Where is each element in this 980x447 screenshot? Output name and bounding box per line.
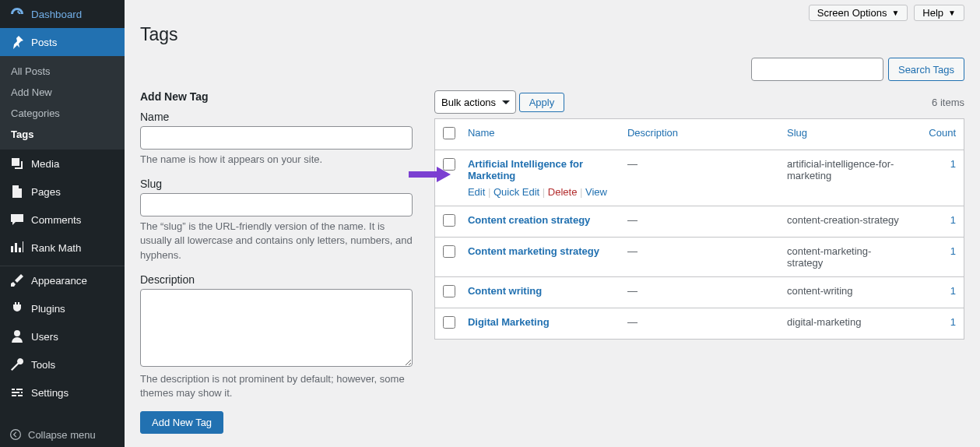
search-tags-button[interactable]: Search Tags bbox=[888, 58, 964, 81]
description-label: Description bbox=[140, 273, 413, 286]
header-name[interactable]: Name bbox=[460, 119, 620, 150]
menu-comments[interactable]: Comments bbox=[0, 206, 125, 234]
quick-edit-link[interactable]: Quick Edit bbox=[494, 186, 539, 198]
submenu-categories[interactable]: Categories bbox=[0, 103, 125, 124]
count-link[interactable]: 1 bbox=[950, 316, 956, 328]
chart-icon bbox=[9, 240, 25, 255]
name-label: Name bbox=[140, 111, 413, 123]
menu-pages[interactable]: Pages bbox=[0, 178, 125, 206]
name-help: The name is how it appears on your site. bbox=[140, 153, 413, 167]
menu-rankmath[interactable]: Rank Math bbox=[0, 234, 125, 262]
add-new-tag-button[interactable]: Add New Tag bbox=[140, 411, 223, 434]
media-icon bbox=[9, 156, 25, 171]
row-count: 1 bbox=[914, 150, 964, 206]
menu-dashboard[interactable]: Dashboard bbox=[0, 0, 125, 28]
caret-down-icon: ▼ bbox=[891, 9, 899, 17]
row-actions: Edit | Quick Edit | Delete | View bbox=[468, 186, 612, 198]
menu-media[interactable]: Media bbox=[0, 150, 125, 178]
row-slug: content-writing bbox=[779, 277, 914, 308]
row-checkbox[interactable] bbox=[443, 214, 455, 227]
menu-settings[interactable]: Settings bbox=[0, 378, 125, 407]
row-description: — bbox=[620, 150, 779, 206]
count-link[interactable]: 1 bbox=[950, 285, 956, 297]
table-row: Content marketing strategy—content-marke… bbox=[435, 238, 964, 277]
row-checkbox[interactable] bbox=[443, 285, 455, 297]
admin-sidebar: Dashboard Posts All Posts Add New Catego… bbox=[0, 0, 125, 447]
header-description[interactable]: Description bbox=[620, 119, 779, 150]
menu-tools[interactable]: Tools bbox=[0, 350, 125, 378]
row-title[interactable]: Content creation strategy bbox=[468, 214, 590, 226]
row-count: 1 bbox=[914, 206, 964, 238]
row-checkbox[interactable] bbox=[443, 158, 455, 171]
header-slug[interactable]: Slug bbox=[779, 119, 914, 150]
table-row: Digital Marketing—digital-marketing1 bbox=[435, 308, 964, 340]
search-row: Search Tags bbox=[140, 58, 964, 81]
row-description: — bbox=[620, 206, 779, 238]
edit-link[interactable]: Edit bbox=[468, 186, 485, 198]
header-count[interactable]: Count bbox=[914, 119, 964, 150]
tag-description-input[interactable] bbox=[140, 289, 413, 367]
menu-label: Comments bbox=[31, 214, 81, 226]
plug-icon bbox=[9, 301, 25, 316]
row-checkbox[interactable] bbox=[443, 245, 455, 258]
tags-table: Name Description Slug Count Artificial I… bbox=[434, 118, 964, 340]
row-count: 1 bbox=[914, 277, 964, 308]
row-slug: digital-marketing bbox=[779, 308, 914, 340]
delete-link[interactable]: Delete bbox=[548, 186, 578, 198]
row-title[interactable]: Content writing bbox=[468, 285, 542, 297]
submenu-add-new[interactable]: Add New bbox=[0, 82, 125, 103]
view-link[interactable]: View bbox=[585, 186, 607, 198]
menu-label: Posts bbox=[31, 37, 57, 48]
table-row: Artificial Intelligence for MarketingEdi… bbox=[435, 150, 964, 206]
submenu-posts: All Posts Add New Categories Tags bbox=[0, 56, 125, 150]
submenu-all-posts[interactable]: All Posts bbox=[0, 61, 125, 82]
row-slug: content-marketing-strategy bbox=[779, 238, 914, 277]
menu-label: Pages bbox=[31, 186, 61, 198]
pin-icon bbox=[9, 34, 25, 50]
users-icon bbox=[9, 329, 25, 344]
items-count: 6 items bbox=[932, 97, 964, 108]
screen-options-button[interactable]: Screen Options▼ bbox=[809, 5, 908, 21]
menu-label: Dashboard bbox=[31, 9, 82, 20]
menu-label: Settings bbox=[31, 387, 68, 399]
menu-users[interactable]: Users bbox=[0, 322, 125, 350]
row-slug: artificial-intelligence-for-marketing bbox=[779, 150, 914, 206]
page-title: Tags bbox=[140, 21, 964, 58]
table-row: Content creation strategy—content-creati… bbox=[435, 206, 964, 238]
description-help: The description is not prominent by defa… bbox=[140, 372, 413, 400]
pages-icon bbox=[9, 184, 25, 199]
help-label: Help bbox=[922, 7, 943, 19]
row-title[interactable]: Content marketing strategy bbox=[468, 245, 599, 257]
menu-appearance[interactable]: Appearance bbox=[0, 266, 125, 294]
row-description: — bbox=[620, 308, 779, 340]
wrench-icon bbox=[9, 357, 25, 372]
collapse-menu[interactable]: Collapse menu bbox=[0, 422, 125, 447]
row-title[interactable]: Artificial Intelligence for Marketing bbox=[468, 158, 583, 181]
collapse-icon bbox=[9, 428, 22, 441]
screen-options-label: Screen Options bbox=[817, 7, 887, 19]
menu-label: Tools bbox=[31, 359, 55, 371]
count-link[interactable]: 1 bbox=[950, 245, 956, 257]
count-link[interactable]: 1 bbox=[950, 158, 956, 170]
row-slug: content-creation-strategy bbox=[779, 206, 914, 238]
help-button[interactable]: Help▼ bbox=[914, 5, 964, 21]
select-all-checkbox[interactable] bbox=[443, 127, 455, 139]
row-title[interactable]: Digital Marketing bbox=[468, 316, 550, 328]
search-input[interactable] bbox=[751, 58, 883, 81]
menu-label: Rank Math bbox=[31, 242, 81, 254]
menu-label: Appearance bbox=[31, 275, 87, 287]
submenu-tags[interactable]: Tags bbox=[0, 124, 125, 145]
tags-list: Bulk actions Apply 6 items Name Descript… bbox=[434, 90, 964, 434]
count-link[interactable]: 1 bbox=[950, 214, 956, 226]
menu-posts[interactable]: Posts bbox=[0, 28, 125, 56]
menu-plugins[interactable]: Plugins bbox=[0, 294, 125, 322]
tag-name-input[interactable] bbox=[140, 126, 413, 150]
bulk-actions-select[interactable]: Bulk actions bbox=[434, 90, 516, 114]
table-row: Content writing—content-writing1 bbox=[435, 277, 964, 308]
select-all-header bbox=[435, 119, 460, 150]
collapse-label: Collapse menu bbox=[28, 429, 96, 441]
apply-button[interactable]: Apply bbox=[519, 93, 565, 112]
tag-slug-input[interactable] bbox=[140, 193, 413, 216]
sliders-icon bbox=[9, 385, 25, 400]
row-checkbox[interactable] bbox=[443, 316, 455, 329]
